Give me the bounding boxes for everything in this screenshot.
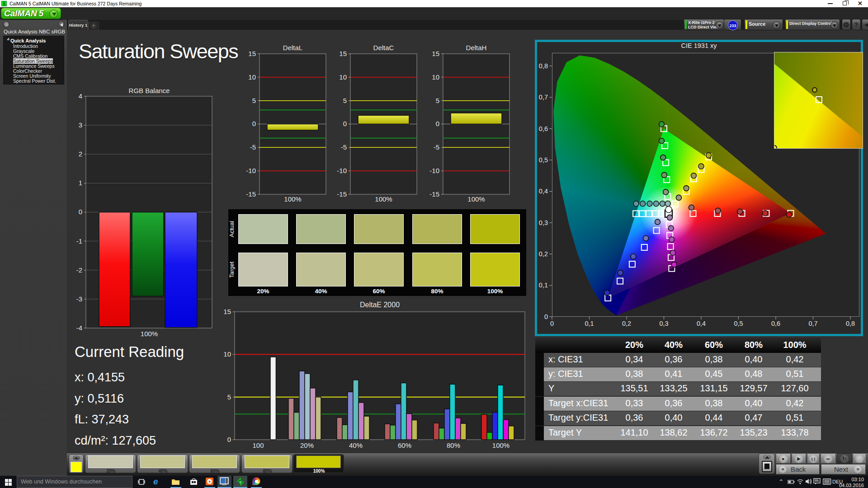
svg-text:-5: -5 — [434, 143, 439, 151]
svg-text:2: 2 — [79, 150, 82, 158]
svg-text:-10: -10 — [429, 167, 439, 174]
svg-text:15: 15 — [223, 308, 231, 315]
svg-text:-1: -1 — [76, 237, 82, 245]
svg-text:5: 5 — [227, 393, 231, 401]
svg-text:10: 10 — [432, 73, 439, 81]
svg-text:-10: -10 — [246, 167, 256, 174]
svg-text:0,2: 0,2 — [539, 250, 548, 258]
svg-text:0: 0 — [544, 313, 548, 320]
svg-text:0,3: 0,3 — [539, 219, 548, 226]
svg-text:10: 10 — [339, 73, 347, 81]
svg-text:0,7: 0,7 — [808, 320, 817, 327]
svg-text:0: 0 — [436, 120, 439, 127]
svg-text:0: 0 — [550, 320, 554, 327]
svg-text:0,8: 0,8 — [846, 320, 855, 327]
svg-text:5: 5 — [240, 480, 242, 484]
svg-text:5: 5 — [343, 97, 347, 104]
svg-text:-15: -15 — [337, 190, 347, 198]
svg-text:-15: -15 — [429, 190, 439, 198]
svg-text:0,3: 0,3 — [659, 320, 668, 327]
svg-text:-5: -5 — [341, 143, 347, 151]
svg-text:0,4: 0,4 — [539, 188, 548, 195]
svg-text:0,5: 0,5 — [734, 320, 743, 327]
svg-text:0,1: 0,1 — [585, 320, 594, 327]
svg-text:5: 5 — [252, 97, 256, 104]
svg-text:10: 10 — [223, 350, 231, 358]
svg-text:1: 1 — [79, 179, 82, 187]
svg-text:-5: -5 — [250, 143, 256, 151]
svg-text:0,5: 0,5 — [539, 156, 548, 164]
svg-text:5: 5 — [436, 97, 439, 104]
svg-text:0,6: 0,6 — [539, 125, 548, 132]
svg-text:0,2: 0,2 — [622, 320, 631, 327]
svg-text:0: 0 — [343, 120, 347, 127]
svg-text:-4: -4 — [76, 324, 82, 332]
svg-text:0,6: 0,6 — [771, 320, 780, 327]
svg-text:0,8: 0,8 — [539, 62, 548, 70]
svg-text:15: 15 — [248, 50, 256, 57]
svg-text:-15: -15 — [246, 190, 256, 198]
svg-text:15: 15 — [432, 50, 439, 57]
svg-text:0,4: 0,4 — [697, 320, 706, 327]
svg-text:0: 0 — [227, 436, 231, 443]
svg-text:4: 4 — [79, 92, 82, 100]
svg-text:-3: -3 — [76, 295, 82, 303]
svg-text:3: 3 — [79, 121, 82, 129]
svg-text:0: 0 — [79, 208, 82, 216]
svg-text:0: 0 — [252, 120, 256, 127]
svg-text:15: 15 — [339, 50, 347, 57]
svg-text:-2: -2 — [76, 266, 82, 274]
svg-text:0,1: 0,1 — [539, 282, 548, 289]
svg-text:10: 10 — [248, 73, 256, 81]
svg-text:-10: -10 — [337, 167, 347, 174]
svg-text:0,7: 0,7 — [539, 94, 548, 101]
